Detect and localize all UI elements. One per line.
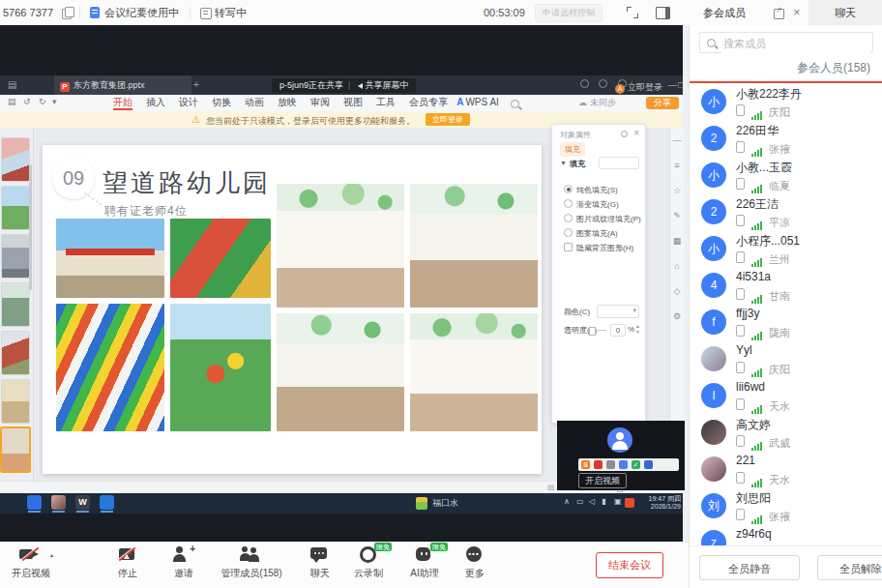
volume-icon[interactable]: ◁ (589, 497, 595, 506)
slide-thumbnail[interactable] (2, 235, 29, 278)
menu-item-11[interactable]: AWPS AI (455, 95, 501, 110)
save-icon[interactable]: ▤ (8, 97, 16, 106)
edit-icon[interactable]: ✎ (670, 211, 684, 220)
exit-fullscreen-icon[interactable] (627, 7, 638, 18)
fill-option[interactable]: 纯色填充(S) (564, 179, 618, 191)
chevron-down-icon[interactable]: ▾ (52, 97, 57, 106)
tray-expand-icon[interactable]: ∧ (564, 497, 570, 506)
remote-control-button[interactable]: 申请远程控制 (535, 4, 603, 22)
mic-icon[interactable]: ▮ (602, 497, 605, 506)
banner-login-button[interactable]: 立即登录 (426, 113, 470, 126)
fill-dropdown[interactable] (599, 157, 639, 169)
toolbar-item-stop[interactable]: 停止 (103, 546, 153, 580)
slide-thumbnail[interactable] (2, 283, 29, 326)
wps-share-button[interactable]: 分享 (646, 97, 679, 109)
tab-chat[interactable]: 聊天 (808, 0, 882, 25)
toolbar-item-members[interactable]: 管理成员(158) (209, 546, 294, 580)
view-normal-icon[interactable]: ▤ (547, 483, 555, 491)
redo-icon[interactable]: ↻ (39, 97, 46, 106)
taskbar-wps-icon[interactable]: W (75, 495, 90, 510)
mute-all-button[interactable]: 全员静音 (699, 555, 800, 580)
slide-thumbnail[interactable] (2, 332, 29, 374)
popout-icon[interactable] (774, 9, 784, 19)
gear-icon[interactable]: ⚙ (670, 311, 684, 321)
participant-row[interactable]: 2226王洁平凉 (690, 193, 882, 230)
radio-icon[interactable] (564, 199, 573, 208)
transcribe-label[interactable]: 转写中 (215, 0, 247, 25)
participant-row[interactable]: 刘刘思阳张掖 (690, 487, 882, 524)
transparency-slider[interactable] (591, 330, 606, 331)
taskbar-app-icon[interactable] (27, 495, 42, 510)
wps-home-icon[interactable]: ▤ (8, 75, 16, 95)
slide-thumbnail[interactable] (2, 380, 29, 423)
menu-item-2[interactable]: 插入 (139, 95, 172, 110)
caret-icon[interactable]: ▲ (49, 552, 54, 558)
slide-thumbnail[interactable] (2, 138, 29, 181)
end-meeting-button[interactable]: 结束会议 (596, 552, 663, 578)
wps-login[interactable]: A立即登录 (615, 75, 662, 97)
participant-row[interactable]: 44i531a甘南 (690, 267, 882, 304)
taskbar-app-icon[interactable] (51, 495, 66, 510)
slide-thumbnail[interactable] (2, 187, 29, 229)
new-tab-icon[interactable]: + (193, 75, 199, 95)
taskbar-clock[interactable]: 19:47 周四2026/1/29 (636, 495, 681, 511)
participant-row[interactable]: zz94r6q (690, 524, 882, 545)
menu-item-7[interactable]: 审阅 (304, 95, 337, 110)
tray-app-icon[interactable] (625, 498, 634, 508)
battery-icon[interactable]: ▭ (576, 497, 584, 506)
toolbar-item-cam[interactable]: ▲开启视频 (0, 546, 62, 580)
weather-icon[interactable] (416, 497, 427, 510)
copy-icon[interactable] (62, 9, 72, 19)
thumbnail-scrollbar[interactable] (29, 164, 32, 290)
radio-icon[interactable] (564, 214, 573, 222)
participant-row[interactable]: 小小教222李丹庆阳 (690, 83, 882, 120)
checkbox-icon[interactable] (564, 243, 573, 251)
participant-row[interactable]: 2226田华张掖 (690, 120, 882, 157)
weather-text[interactable]: 福口水 (432, 497, 458, 510)
collapse-icon[interactable]: — (670, 135, 684, 145)
slide-thumbnail[interactable] (2, 428, 29, 471)
app-chip-icon[interactable]: S (581, 460, 590, 469)
fill-option[interactable]: 隐藏背景图形(H) (564, 237, 633, 249)
app-chip-icon[interactable] (644, 460, 653, 469)
tab-participants[interactable]: 参会人员(158) (797, 60, 870, 76)
toolbar-item-invite[interactable]: +邀请 (159, 546, 209, 580)
menu-item-4[interactable]: 切换 (205, 95, 238, 110)
menu-item-9[interactable]: 工具 (369, 95, 402, 110)
unmute-all-button[interactable]: 全员解除静音 (817, 555, 882, 580)
minimize-icon[interactable]: — (668, 75, 677, 95)
fill-tab[interactable]: 填充 (560, 142, 585, 157)
toolbar-item-more[interactable]: •••更多 (451, 546, 499, 580)
camera-chip-icon[interactable] (619, 460, 628, 469)
participant-row[interactable]: 小小程序...051兰州 (690, 230, 882, 267)
grid-icon[interactable]: ▦ (670, 236, 684, 246)
meeting-notes-label[interactable]: 会议纪要使用中 (104, 0, 179, 25)
transparency-value[interactable]: 0 (610, 324, 626, 337)
participant-row[interactable]: 小小教...玉霞临夏 (690, 157, 882, 193)
status-icon[interactable] (599, 79, 607, 88)
shape-icon[interactable]: ◇ (670, 286, 684, 296)
search-box[interactable] (699, 32, 873, 53)
menu-item-5[interactable]: 动画 (238, 95, 271, 110)
maximize-icon[interactable]: □ (678, 75, 683, 95)
fill-option[interactable]: 渐变填充(G) (564, 193, 619, 205)
fill-option[interactable]: 图片或纹理填充(P) (564, 208, 641, 220)
wps-doc-tab[interactable]: P东方教育集团.pptx (54, 75, 191, 95)
check-chip-icon[interactable]: ✓ (632, 460, 640, 469)
pin-icon[interactable] (621, 131, 628, 137)
start-video-button[interactable]: 开启视频 (578, 473, 627, 488)
participant-row[interactable]: 221天水 (690, 451, 882, 487)
radio-icon[interactable] (564, 228, 573, 237)
close-icon[interactable]: × (633, 128, 639, 138)
status-icon[interactable] (580, 79, 589, 88)
star-icon[interactable]: ☆ (670, 186, 684, 195)
undo-icon[interactable]: ↺ (23, 97, 31, 106)
toolbar-item-ai[interactable]: 限免AI助理 (398, 546, 451, 580)
app-chip-icon[interactable] (594, 460, 603, 469)
participant-row[interactable]: fffjj3y陇南 (690, 304, 882, 340)
menu-item-10[interactable]: 会员专享 (402, 95, 455, 110)
search-input[interactable] (721, 34, 870, 53)
color-dropdown[interactable] (597, 305, 639, 318)
menu-item-8[interactable]: 视图 (337, 95, 369, 110)
toolbar-item-rec[interactable]: 限免云录制 (342, 546, 395, 580)
